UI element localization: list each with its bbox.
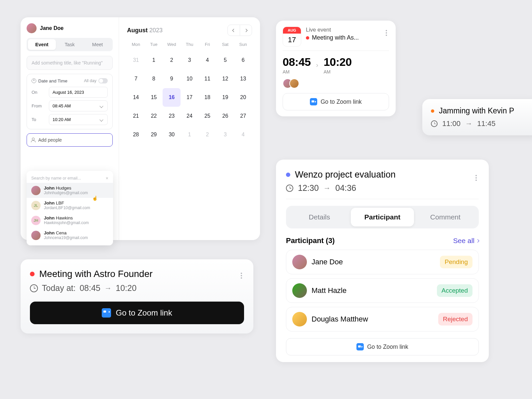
wenzo-segments: DetailsParticipantComment xyxy=(286,206,479,228)
zoom-link-button[interactable]: Go to Zoom link xyxy=(30,302,244,324)
more-menu-button[interactable] xyxy=(239,271,244,281)
avatar xyxy=(27,23,37,33)
switch-icon xyxy=(98,78,108,83)
calendar-prev-button[interactable] xyxy=(228,25,240,36)
allday-toggle[interactable]: All day xyxy=(84,78,108,83)
participant-name: Matt Hazle xyxy=(312,286,346,295)
calendar-grid: 3112345678910111213141516171819202122232… xyxy=(127,51,252,144)
calendar-day[interactable]: 18 xyxy=(199,88,216,107)
calendar-day[interactable]: 11 xyxy=(199,69,216,88)
participant-name: Douglas Matthew xyxy=(312,315,368,324)
calendar-day[interactable]: 1 xyxy=(145,51,163,69)
participant-row: Douglas MatthewRejected xyxy=(286,307,479,332)
person-suggestion[interactable]: JLJohn LBFJordanLBF10@gmail.com xyxy=(27,198,113,213)
calendar-dow: Wed xyxy=(163,42,181,51)
jamming-event-card[interactable]: Jamming with Kevin P 11:00 → 11:45 xyxy=(422,99,532,135)
calendar-day[interactable]: 3 xyxy=(181,51,199,69)
calendar-day[interactable]: 23 xyxy=(163,107,181,125)
status-dot-icon xyxy=(306,36,309,40)
calendar-day[interactable]: 9 xyxy=(163,69,181,88)
calendar-day[interactable]: 29 xyxy=(145,125,163,144)
calendar-day[interactable]: 27 xyxy=(234,107,252,125)
calendar-day[interactable]: 24 xyxy=(181,107,199,125)
calendar-title: August 2023 xyxy=(127,27,163,34)
date-time-box: Date and Time All day OnAugust 16, 2023 … xyxy=(27,74,113,129)
person-suggestion[interactable]: John HudgesJohnhudges@gmail.com☝ xyxy=(27,183,113,198)
arrow-right-icon: → xyxy=(465,119,472,128)
calendar-dow-row: MonTueWedThuFriSatSun xyxy=(127,42,252,51)
live-event-title: Meeting with As... xyxy=(306,34,369,41)
title-input[interactable]: Add something title, like "Running" xyxy=(27,56,113,70)
zoom-icon xyxy=(356,343,364,350)
calendar-day[interactable]: 1 xyxy=(181,125,199,144)
on-field[interactable]: August 16, 2023 xyxy=(49,87,108,98)
calendar-day[interactable]: 20 xyxy=(234,88,252,107)
user-row: Jane Doe xyxy=(27,23,113,33)
wenzo-time: 12:30 → 04:36 xyxy=(286,183,479,193)
on-label: On xyxy=(32,90,46,95)
chevron-right-icon: › xyxy=(316,61,318,69)
status-dot-icon xyxy=(286,173,290,177)
from-field[interactable]: 08:45 AM xyxy=(49,100,108,111)
calendar-day[interactable]: 22 xyxy=(145,107,163,125)
calendar-next-button[interactable] xyxy=(240,25,252,36)
calendar-day[interactable]: 15 xyxy=(145,88,163,107)
live-event-card: AUG 17 Live event Meeting with As... 08:… xyxy=(276,21,396,116)
calendar-day[interactable]: 30 xyxy=(163,125,181,144)
calendar-day[interactable]: 19 xyxy=(216,88,234,107)
calendar-day[interactable]: 10 xyxy=(181,69,199,88)
zoom-link-button[interactable]: Go to Zoom link xyxy=(286,338,479,355)
chevron-left-icon xyxy=(232,29,235,32)
more-menu-button[interactable] xyxy=(384,28,389,38)
search-placeholder[interactable]: Search by name or email... xyxy=(31,176,81,181)
calendar-day[interactable]: 2 xyxy=(163,51,181,69)
avatar xyxy=(292,283,307,298)
calendar-day[interactable]: 25 xyxy=(199,107,216,125)
chevron-right-icon xyxy=(476,239,479,242)
status-badge: Accepted xyxy=(437,284,472,297)
avatar: JL xyxy=(31,201,41,210)
calendar-day[interactable]: 28 xyxy=(127,125,145,144)
see-all-link[interactable]: See all xyxy=(453,237,479,245)
clock-icon xyxy=(30,284,38,292)
creator-tab-event[interactable]: Event xyxy=(28,39,56,50)
meeting-title: Meeting with Astro Founder xyxy=(39,269,153,279)
creator-tab-task[interactable]: Task xyxy=(56,39,84,50)
cursor-icon: ☝ xyxy=(92,196,98,201)
add-people-input[interactable]: Add people xyxy=(27,133,113,147)
calendar-day[interactable]: 17 xyxy=(181,88,199,107)
avatar xyxy=(31,186,41,195)
calendar-day[interactable]: 8 xyxy=(145,69,163,88)
to-field[interactable]: 10:20 AM xyxy=(49,114,108,125)
calendar-day[interactable]: 21 xyxy=(127,107,145,125)
creator-form: Jane Doe EventTaskMeet Add something tit… xyxy=(21,17,119,240)
calendar-day[interactable]: 5 xyxy=(216,51,234,69)
chevron-down-icon xyxy=(99,104,103,108)
person-suggestion[interactable]: JHJohn HawkinsHawkinsjohn@gmail.com xyxy=(27,213,113,228)
segment-participant[interactable]: Participant xyxy=(351,208,414,226)
calendar-day[interactable]: 26 xyxy=(216,107,234,125)
calendar-day[interactable]: 13 xyxy=(234,69,252,88)
avatar: JH xyxy=(31,216,41,225)
calendar-day[interactable]: 6 xyxy=(234,51,252,69)
segment-comment[interactable]: Comment xyxy=(414,208,477,226)
close-icon[interactable]: × xyxy=(106,176,108,181)
calendar-day[interactable]: 4 xyxy=(234,125,252,144)
calendar-day[interactable]: 16 xyxy=(163,88,181,107)
creator-tab-meet[interactable]: Meet xyxy=(83,39,111,50)
zoom-link-button[interactable]: Go to Zoom link xyxy=(283,93,389,110)
wenzo-card: Wenzo project evaluation 12:30 → 04:36 D… xyxy=(276,160,489,362)
live-event-time: 08:45AM › 10:20AM xyxy=(283,56,389,74)
calendar-day[interactable]: 2 xyxy=(199,125,216,144)
people-search-dropdown: Search by name or email...× John HudgesJ… xyxy=(27,171,113,245)
calendar-day[interactable]: 3 xyxy=(216,125,234,144)
more-menu-button[interactable] xyxy=(473,173,479,183)
calendar-day[interactable]: 31 xyxy=(127,51,145,69)
calendar-day[interactable]: 14 xyxy=(127,88,145,107)
participant-name: Jane Doe xyxy=(312,258,343,266)
segment-details[interactable]: Details xyxy=(288,208,351,226)
calendar-day[interactable]: 7 xyxy=(127,69,145,88)
person-suggestion[interactable]: John CenaJohncena19@gmail.com xyxy=(27,228,113,243)
calendar-day[interactable]: 12 xyxy=(216,69,234,88)
calendar-day[interactable]: 4 xyxy=(199,51,216,69)
